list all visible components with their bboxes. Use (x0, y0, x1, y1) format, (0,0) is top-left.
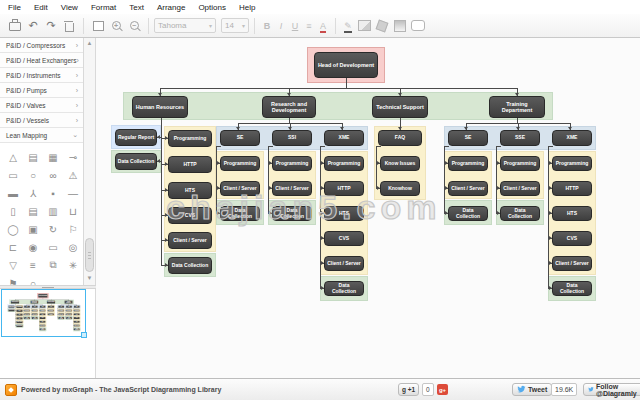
shape-icon[interactable]: ⧉ (43, 256, 63, 274)
menu-edit[interactable]: Edit (34, 3, 48, 12)
diagram-node[interactable]: Data Collection (220, 206, 260, 221)
menu-arrange[interactable]: Arrange (157, 3, 185, 12)
shape-icon[interactable]: ≡ (23, 256, 43, 274)
diagram-node[interactable]: HTTP (74, 313, 80, 315)
diagram-node[interactable]: SE (24, 306, 30, 308)
diagram-node[interactable]: Human Resources (132, 96, 188, 118)
fit-page-button[interactable] (89, 17, 107, 35)
diagram-node[interactable]: Know Issues (380, 156, 420, 171)
fill-color-button[interactable] (373, 17, 391, 35)
diagram-node[interactable]: Client / Server (552, 256, 592, 271)
scrollbar-thumb[interactable] (85, 238, 94, 272)
redo-button[interactable]: ↷ (42, 17, 60, 35)
font-size-select[interactable]: 14 ▾ (221, 18, 249, 33)
diagram-node[interactable]: Technical Support (47, 300, 55, 303)
diagram-node[interactable]: HTTP (168, 156, 212, 173)
sidebar-category-lean-mapping[interactable]: Lean Mapping ⌄ (0, 128, 83, 143)
tweet-button[interactable]: Tweet (512, 383, 552, 396)
diagram-node[interactable]: Regular Report (8, 305, 14, 308)
diagram-node[interactable]: Data Collection (40, 328, 46, 330)
diagram-node[interactable]: Training Department (489, 96, 545, 118)
diagram-node[interactable]: HTTP (324, 181, 364, 196)
diagram-node[interactable]: Data Collection (16, 325, 23, 328)
diagram-node[interactable]: HTS (16, 313, 23, 316)
diagram-node[interactable]: Client / Server (74, 324, 80, 326)
diagram-node[interactable]: Client / Server (448, 181, 488, 196)
shape-icon[interactable]: ▯ (3, 202, 23, 220)
menu-text[interactable]: Text (129, 3, 144, 12)
outline-divider-handle[interactable] (0, 285, 96, 289)
diagram-node[interactable]: SSI (32, 306, 38, 308)
diagram-node[interactable]: Data Collection (8, 309, 14, 312)
diagram-node[interactable]: Knowhow (380, 181, 420, 196)
rounded-style-button[interactable] (409, 17, 427, 35)
shape-icon[interactable]: ▬ (3, 184, 23, 202)
diagram-node[interactable]: Head of Development (314, 52, 378, 78)
diagram-node[interactable]: XME (552, 130, 592, 146)
diagram-node[interactable]: SE (58, 306, 64, 308)
shape-icon[interactable]: ✳ (63, 256, 83, 274)
shape-icon[interactable]: ▪ (43, 184, 63, 202)
sidebar-category-pid-heat-exchangers[interactable]: P&ID / Heat Exchangers › (0, 53, 83, 68)
diagram-node[interactable]: Client / Server (220, 181, 260, 196)
diagram-node[interactable]: Programming (552, 156, 592, 171)
diagram-node[interactable]: HTS (552, 206, 592, 221)
diagram-node[interactable]: Client / Server (272, 181, 312, 196)
diagram-node[interactable]: Data Collection (324, 281, 364, 296)
outline-resize-handle[interactable] (81, 332, 87, 338)
diagram-node[interactable]: Data Collection (66, 317, 72, 319)
diagram-node[interactable]: Regular Report (115, 129, 157, 146)
diagram-node[interactable]: Head of Development (38, 294, 48, 298)
diagram-node[interactable]: Data Collection (74, 328, 80, 330)
shape-icon[interactable]: ◉ (23, 238, 43, 256)
diagram-node[interactable]: CVS (16, 317, 23, 320)
bold-button[interactable]: B (260, 21, 274, 31)
diagram-node[interactable]: HTS (40, 317, 46, 319)
diagram-node[interactable]: CVS (552, 231, 592, 246)
font-family-select[interactable]: Tahoma ▾ (154, 18, 216, 33)
diagram-node[interactable]: Programming (168, 130, 212, 147)
shape-icon[interactable]: ◎ (63, 238, 83, 256)
delete-button[interactable] (60, 17, 78, 35)
diagram-node[interactable]: Research and Development (30, 300, 38, 303)
shape-icon[interactable]: ⚠ (63, 166, 83, 184)
scroll-down-icon[interactable]: ▼ (84, 275, 95, 281)
shape-icon[interactable]: ▽ (3, 256, 23, 274)
diagram-node[interactable]: CVS (168, 207, 212, 224)
gplus-button[interactable]: g +1 (398, 383, 419, 396)
diagram-node[interactable]: HTS (324, 206, 364, 221)
diagram-node[interactable]: Data Collection (500, 206, 540, 221)
diagram-node[interactable]: Data Collection (32, 317, 38, 319)
diagram-node[interactable]: HTTP (552, 181, 592, 196)
diagram-node[interactable]: Programming (220, 156, 260, 171)
diagram-node[interactable]: Programming (500, 156, 540, 171)
diagram-node[interactable]: Client / Server (16, 321, 23, 324)
diagram-node[interactable]: SSE (500, 130, 540, 146)
diagram-node[interactable]: Data Collection (448, 206, 488, 221)
diagram-node[interactable]: Research and Development (262, 96, 316, 118)
diagram-node[interactable]: Human Resources (11, 300, 19, 303)
diagram-node[interactable]: CVS (324, 231, 364, 246)
italic-button[interactable]: I (274, 21, 288, 31)
shape-icon[interactable]: ⊏ (3, 238, 23, 256)
diagram-node[interactable]: Data Collection (552, 281, 592, 296)
diagram-node[interactable]: Knowhow (48, 313, 54, 315)
diagram-node[interactable]: HTS (74, 317, 80, 319)
diagram-node[interactable]: FAQ (378, 130, 422, 146)
diagram-node[interactable]: XME (324, 130, 364, 146)
menu-options[interactable]: Options (198, 3, 226, 12)
diagram-node[interactable]: Programming (40, 309, 46, 311)
diagram-node[interactable]: Client / Server (66, 313, 72, 315)
menu-file[interactable]: File (8, 3, 21, 12)
shape-icon[interactable]: ⅄ (23, 184, 43, 202)
diagram-node[interactable]: Client / Server (500, 181, 540, 196)
zoom-in-button[interactable]: + (107, 17, 125, 35)
diagram-node[interactable]: SSE (66, 306, 72, 308)
zoom-out-button[interactable]: − (125, 17, 143, 35)
sidebar-scrollbar[interactable]: ▲ ▼ (84, 38, 96, 285)
shape-icon[interactable]: ⚐ (63, 220, 83, 238)
undo-button[interactable]: ↶ (24, 17, 42, 35)
diagram-node[interactable]: Programming (448, 156, 488, 171)
align-button[interactable]: ≡ (302, 21, 316, 31)
shape-icon[interactable]: ↻ (43, 220, 63, 238)
